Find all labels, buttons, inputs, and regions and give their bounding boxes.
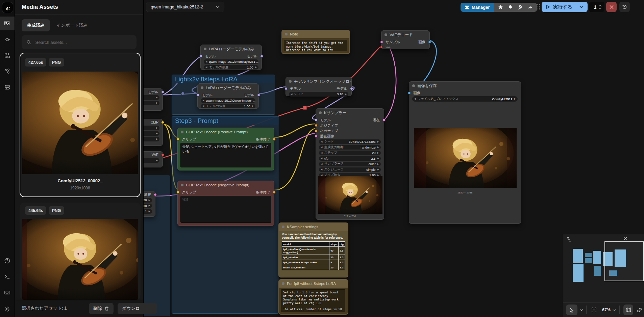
node-note-fp8[interactable]: For fp8 without 8steps LoRA Set cfg to 1… [278, 279, 348, 315]
media-assets-panel: Media Assets 生成済み インポート済み 427.65s PNG Co… [15, 0, 144, 317]
settings-gear-icon[interactable] [0, 302, 15, 316]
pointer-tool-button[interactable] [566, 305, 577, 315]
decrement-icon[interactable] [599, 7, 602, 9]
fit-view-button[interactable] [590, 305, 598, 315]
model-output-port[interactable] [257, 94, 260, 97]
clip-input-port[interactable] [176, 138, 179, 141]
lora-name-widget[interactable]: qwen-image-2512\momistyle251 ... [204, 59, 258, 64]
node-save-image[interactable]: 画像を保存 画像 ファイル名_プレフィックスComfyUI2512 1920 ×… [409, 81, 521, 224]
asset-thumbnail[interactable] [22, 72, 138, 174]
model-output-port[interactable] [260, 55, 263, 58]
model-library-icon[interactable] [0, 64, 15, 78]
link-icon[interactable] [0, 33, 15, 46]
model-input-port[interactable] [196, 94, 199, 97]
positive-input-port[interactable] [315, 124, 318, 127]
manager-button[interactable]: Manager [461, 3, 494, 12]
negative-input-port[interactable] [315, 129, 318, 132]
history-button[interactable] [619, 2, 630, 12]
clip-output-port[interactable] [161, 121, 164, 124]
tab-imported[interactable]: インポート済み [51, 19, 93, 31]
chevron-down-icon[interactable] [613, 309, 616, 311]
chevron-down-icon[interactable] [579, 6, 584, 8]
chevron-down-icon[interactable] [580, 309, 583, 311]
asset-thumbnail[interactable] [22, 219, 138, 300]
node-ksampler[interactable]: Kサンプラー モデル潜在 ポジティブ ネガティブ 潜在画像 シード3074470… [316, 108, 384, 220]
conditioning-output-port[interactable] [273, 138, 276, 141]
download-button[interactable]: ダウンロ [118, 303, 157, 314]
comfyui-logo[interactable]: c [2, 2, 13, 13]
filename-prefix-widget[interactable]: ファイル名_プレフィックスComfyUI2512 [412, 96, 518, 102]
batch-count-stepper[interactable]: 1 [589, 2, 604, 12]
model-output-port[interactable] [350, 87, 353, 90]
node-lora-loader-1[interactable]: LoRAローダーモデルのみ モデルモデル qwen-image-2512\mom… [200, 45, 262, 70]
increment-icon[interactable] [599, 5, 602, 7]
toolbar-drag-handle[interactable] [537, 4, 541, 10]
minimap-close-icon[interactable] [623, 237, 627, 241]
minimap-viewport[interactable] [604, 241, 644, 281]
run-button[interactable]: 実行する [542, 2, 588, 12]
scheduler-widget[interactable]: スケジューラsimple [319, 167, 381, 172]
workflows-icon[interactable] [0, 80, 15, 94]
play-icon [546, 5, 550, 9]
keyboard-shortcuts-icon[interactable] [0, 286, 15, 299]
asset-card-1[interactable]: 427.65s PNG ComfyUI2512_00002_ 1920x1088 [20, 53, 141, 197]
tab-generated[interactable]: 生成済み [22, 19, 50, 31]
model-input-port[interactable] [199, 55, 202, 58]
node-note-ksampler-settings[interactable]: KSampler settings You can test and find … [278, 222, 348, 278]
terminal-icon[interactable] [0, 270, 15, 283]
node-clip-negative[interactable]: CLIP Text Encode (Negative Prompt) クリップ条… [177, 181, 274, 226]
selection-count-label: 選択されたアセット: 1 [22, 305, 67, 311]
minimap[interactable] [563, 234, 644, 302]
latent-output-port[interactable] [154, 193, 157, 196]
latent-image-input-port[interactable] [315, 135, 318, 138]
sampler-widget[interactable]: サンプラー名euler [319, 162, 381, 166]
lora-name-widget[interactable]: qwen-image-2512\Qwen-Image- ... [201, 98, 255, 103]
vae-output-port[interactable] [161, 153, 164, 156]
prompt-textarea[interactable]: 金髪, ショートヘア, 女性が舞台でヴァイオリンを弾いている [180, 143, 271, 167]
samples-input-port[interactable] [380, 41, 383, 44]
lora-strength-widget[interactable]: モデルの強度1.00 [204, 65, 258, 70]
share-icon[interactable] [527, 5, 532, 10]
node-model-sampling[interactable]: モデルサンプリングオーラフロー モデルモデル シフト3.10 [286, 77, 352, 96]
comfyui-app: Lightx2v 8steps LoRA Step3 - Prompt [0, 0, 644, 317]
shift-widget[interactable]: シフト3.10 [289, 92, 348, 97]
model-input-port[interactable] [315, 118, 318, 122]
seed-widget[interactable]: シード307447037133393 [319, 139, 381, 144]
node-note-shift[interactable]: Note Increase the shift if you get too m… [281, 30, 350, 54]
cancel-run-button[interactable] [606, 2, 617, 12]
delete-button[interactable]: 削除 [89, 303, 114, 314]
media-assets-icon[interactable] [0, 17, 15, 30]
help-icon[interactable] [0, 254, 15, 267]
workflow-tab[interactable]: qwen image_hikaku2512-2 [146, 2, 224, 12]
asset-search[interactable] [22, 35, 137, 49]
control-after-generate-widget[interactable]: 生成後の制御randomize [319, 145, 381, 150]
node-clip-positive[interactable]: CLIP Text Encode (Positive Prompt) クリップ条… [177, 128, 274, 170]
note-text[interactable]: Increase the shift if you get too many b… [284, 40, 347, 51]
note-text[interactable]: Set cfg to 1.0 for a speed boost at the … [281, 289, 345, 312]
prompt-textarea[interactable]: text [180, 196, 271, 223]
image-output-port[interactable] [428, 41, 431, 44]
workflow-mini-icon [567, 237, 571, 242]
zoom-level[interactable]: 67% [602, 308, 611, 312]
node-lora-loader-2[interactable]: LoRAローダーモデルのみ モデルモデル qwen-image-2512\Qwe… [197, 83, 259, 109]
node-vae-decode[interactable]: VAEデコード サンプル画像 vae [381, 30, 430, 49]
steps-widget[interactable]: ステップ20 [319, 151, 381, 155]
vae-input-port[interactable] [380, 46, 383, 49]
star-icon[interactable] [498, 5, 503, 10]
cfg-widget[interactable]: cfg2.5 [319, 156, 381, 161]
bell-icon[interactable] [508, 5, 513, 10]
search-input[interactable] [35, 39, 132, 45]
auto-link-toggle-button[interactable] [635, 305, 644, 315]
image-input-port[interactable] [408, 91, 411, 95]
conditioning-output-port[interactable] [273, 191, 276, 194]
node-library-icon[interactable] [0, 49, 15, 62]
asset-card-2[interactable]: 445.64s PNG [20, 203, 141, 300]
latent-output-port[interactable] [382, 118, 386, 122]
minimap-toggle-button[interactable] [623, 305, 633, 315]
model-output-port[interactable] [161, 90, 164, 94]
bell-off-icon[interactable] [518, 5, 523, 10]
model-input-port[interactable] [284, 87, 288, 90]
lora-strength-widget[interactable]: モデルの強度1.00 [201, 104, 255, 109]
clip-input-port[interactable] [176, 191, 179, 194]
panel-title: Media Assets [22, 1, 58, 13]
